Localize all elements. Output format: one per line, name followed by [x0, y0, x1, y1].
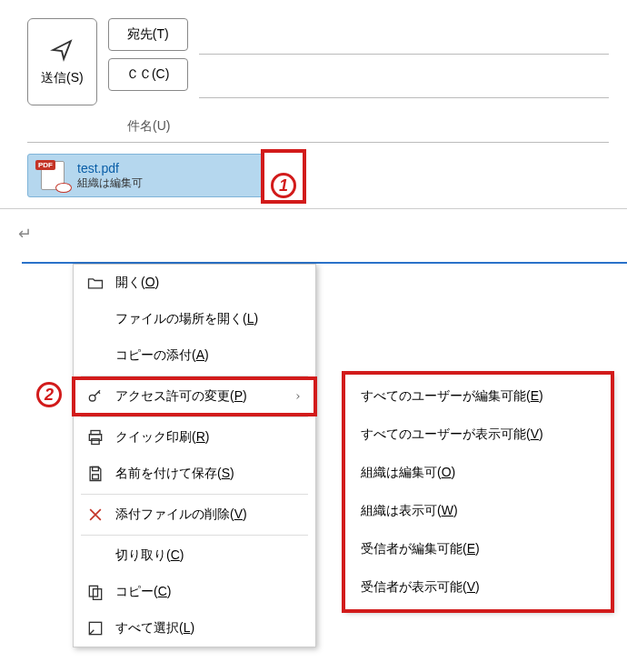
- save-icon: [86, 465, 104, 483]
- printer-icon: [86, 428, 104, 446]
- svg-point-0: [89, 395, 95, 401]
- menu-open-location[interactable]: ファイルの場所を開く(L): [74, 301, 315, 337]
- attachment-chip[interactable]: PDF test.pdf 組織は編集可: [27, 154, 264, 197]
- menu-remove-attachment[interactable]: 添付ファイルの削除(V): [74, 496, 315, 533]
- perm-org-edit[interactable]: 組織は編集可(O): [344, 454, 612, 492]
- message-body[interactable]: ↵: [0, 209, 627, 258]
- perm-anyone-edit[interactable]: すべてのユーザーが編集可能(E): [344, 377, 612, 416]
- copy-icon: [86, 583, 104, 601]
- menu-save-as[interactable]: 名前を付けて保存(S): [74, 456, 315, 492]
- compose-header: 送信(S) 宛先(T) ＣＣ(C) 件名(U) PDF test.pdf: [0, 0, 627, 209]
- attachment-context-menu: 開く(O) ファイルの場所を開く(L) コピーの添付(A) アクセス許可の変更(…: [73, 264, 316, 647]
- recipient-inputs: [199, 18, 609, 98]
- close-icon: [86, 506, 104, 524]
- cc-input[interactable]: [199, 62, 609, 98]
- menu-open[interactable]: 開く(O): [74, 265, 315, 301]
- to-input[interactable]: [199, 18, 609, 55]
- cc-button[interactable]: ＣＣ(C): [108, 58, 188, 91]
- callout-2: 2: [36, 382, 62, 407]
- perm-recipient-edit[interactable]: 受信者が編集可能(E): [344, 530, 612, 568]
- send-label: 送信(S): [41, 70, 84, 86]
- perm-anyone-view[interactable]: すべてのユーザーが表示可能(V): [344, 416, 612, 454]
- menu-change-permissions[interactable]: アクセス許可の変更(P): [74, 378, 315, 415]
- menu-quick-print[interactable]: クイック印刷(R): [74, 419, 315, 456]
- svg-rect-5: [93, 475, 99, 479]
- chevron-right-icon: [294, 389, 303, 404]
- menu-separator: [81, 494, 308, 495]
- menu-separator: [81, 416, 308, 417]
- key-icon: [86, 387, 104, 406]
- menu-attach-copy[interactable]: コピーの添付(A): [74, 337, 315, 374]
- svg-rect-3: [92, 439, 99, 445]
- send-icon: [50, 38, 74, 65]
- menu-copy[interactable]: コピー(C): [74, 574, 315, 610]
- permission-submenu: すべてのユーザーが編集可能(E) すべてのユーザーが表示可能(V) 組織は編集可…: [343, 373, 612, 611]
- attachment-filename: test.pdf: [77, 161, 143, 176]
- menu-select-all[interactable]: すべて選択(L): [74, 610, 315, 647]
- callout-1: 1: [271, 173, 296, 198]
- attachment-permission: 組織は編集可: [77, 176, 143, 191]
- pdf-icon: PDF: [37, 160, 68, 191]
- to-button[interactable]: 宛先(T): [108, 18, 188, 51]
- menu-separator: [81, 535, 308, 536]
- perm-recipient-view[interactable]: 受信者が表示可能(V): [344, 568, 612, 607]
- menu-cut[interactable]: 切り取り(C): [74, 537, 315, 574]
- svg-rect-4: [93, 467, 99, 471]
- perm-org-view[interactable]: 組織は表示可(W): [344, 492, 612, 530]
- select-all-icon: [86, 619, 104, 637]
- subject-label: 件名(U): [127, 118, 200, 135]
- folder-icon: [86, 274, 104, 292]
- menu-separator: [81, 376, 308, 376]
- send-button[interactable]: 送信(S): [27, 18, 97, 105]
